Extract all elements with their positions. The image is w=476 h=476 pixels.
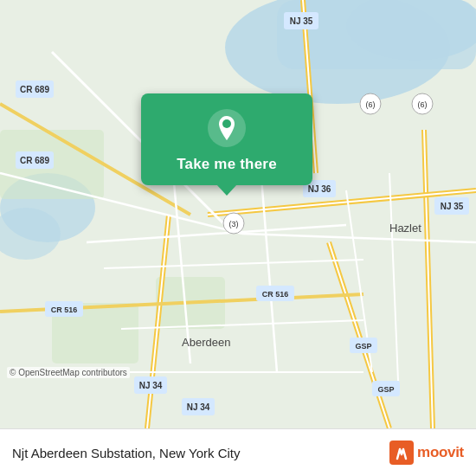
svg-text:GSP: GSP xyxy=(355,342,371,351)
svg-text:GSP: GSP xyxy=(377,385,394,394)
svg-text:NJ 34: NJ 34 xyxy=(187,402,210,412)
location-title: Njt Aberdeen Substation, New York City xyxy=(12,446,389,460)
popup-label: Take me there xyxy=(177,156,277,173)
osm-credit: © OpenStreetMap contributors xyxy=(7,367,130,378)
moovit-logo: moovit xyxy=(389,441,464,465)
svg-text:CR 516: CR 516 xyxy=(51,306,78,314)
location-pin-icon xyxy=(208,109,246,147)
svg-text:NJ 35: NJ 35 xyxy=(290,16,313,26)
moovit-text: moovit xyxy=(417,444,464,461)
map-container: CR 689 CR 689 NJ 35 NJ 35 NJ 36 NJ 34 NJ… xyxy=(0,0,476,428)
moovit-icon xyxy=(389,441,414,465)
svg-text:NJ 35: NJ 35 xyxy=(441,202,464,211)
svg-text:CR 689: CR 689 xyxy=(20,85,49,94)
svg-text:CR 689: CR 689 xyxy=(20,156,49,165)
svg-text:Hazlet: Hazlet xyxy=(389,222,421,235)
svg-text:(6): (6) xyxy=(418,100,428,109)
svg-text:(6): (6) xyxy=(366,100,376,109)
svg-text:CR 516: CR 516 xyxy=(262,290,289,299)
svg-text:Aberdeen: Aberdeen xyxy=(182,336,230,349)
svg-text:(3): (3) xyxy=(229,220,239,228)
take-me-there-popup[interactable]: Take me there xyxy=(141,93,312,185)
bottom-bar: Njt Aberdeen Substation, New York City m… xyxy=(0,428,476,476)
svg-point-63 xyxy=(222,119,231,128)
svg-text:NJ 34: NJ 34 xyxy=(139,381,163,390)
svg-text:NJ 36: NJ 36 xyxy=(308,184,331,194)
